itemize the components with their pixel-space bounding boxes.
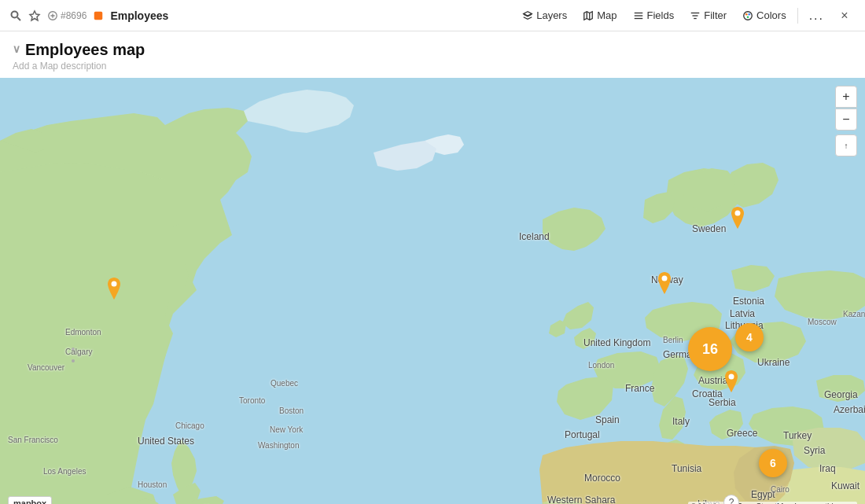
marker-sweden[interactable] xyxy=(728,207,747,235)
search-icon[interactable] xyxy=(9,9,22,22)
svg-point-18 xyxy=(72,359,75,362)
star-icon[interactable] xyxy=(28,9,41,22)
record-id: #8696 xyxy=(47,10,86,21)
colors-button[interactable]: Colors xyxy=(736,6,793,24)
svg-point-16 xyxy=(747,16,749,18)
zoom-out-button[interactable]: − xyxy=(835,109,857,131)
map-icon xyxy=(583,10,594,21)
mapbox-logo: mapbox xyxy=(8,496,52,504)
map-container[interactable]: 1646 IcelandUnited KingdomLondonNorwaySw… xyxy=(0,78,865,504)
toolbar-divider xyxy=(797,8,798,24)
svg-point-20 xyxy=(112,281,117,287)
cluster-baltics[interactable]: 4 xyxy=(735,323,764,351)
svg-point-14 xyxy=(745,13,748,15)
cluster-egypt[interactable]: 6 xyxy=(759,449,787,477)
fields-icon xyxy=(633,10,644,21)
page-header: Employees map Add a Map description xyxy=(0,31,865,78)
fields-button[interactable]: Fields xyxy=(627,6,681,24)
svg-point-21 xyxy=(735,211,741,216)
map-controls: + − ↑ xyxy=(835,86,857,156)
topbar-separator xyxy=(93,9,104,21)
topbar: #8696 Employees Layers Map Fields Filter xyxy=(0,0,865,31)
more-button[interactable]: ... xyxy=(803,6,830,26)
svg-point-22 xyxy=(662,276,668,281)
svg-rect-4 xyxy=(94,12,103,20)
topbar-left: #8696 Employees xyxy=(9,9,168,22)
topbar-right: Layers Map Fields Filter Colors ... × xyxy=(516,5,856,27)
marker-serbia[interactable] xyxy=(722,370,741,399)
layers-icon xyxy=(522,10,533,21)
svg-point-13 xyxy=(744,11,753,20)
page-description[interactable]: Add a Map description xyxy=(13,61,852,72)
filter-icon xyxy=(690,10,701,21)
page-title: Employees map xyxy=(13,41,852,59)
svg-line-1 xyxy=(17,17,20,20)
cluster-berlin[interactable]: 16 xyxy=(688,327,732,371)
svg-point-23 xyxy=(729,374,734,380)
marker-denmark[interactable] xyxy=(655,272,674,300)
topbar-title: Employees xyxy=(110,9,168,22)
svg-point-0 xyxy=(12,11,18,17)
close-button[interactable]: × xyxy=(834,5,856,27)
filter-button[interactable]: Filter xyxy=(683,6,733,24)
svg-marker-2 xyxy=(30,11,39,20)
zoom-in-button[interactable]: + xyxy=(835,86,857,108)
reset-bearing-button[interactable]: ↑ xyxy=(835,134,857,156)
map-background xyxy=(0,78,865,504)
marker-canada[interactable] xyxy=(105,278,123,306)
map-view-button[interactable]: Map xyxy=(576,6,623,24)
colors-icon xyxy=(742,10,753,21)
layers-button[interactable]: Layers xyxy=(516,6,573,24)
svg-point-19 xyxy=(72,348,75,351)
svg-point-15 xyxy=(749,13,751,15)
